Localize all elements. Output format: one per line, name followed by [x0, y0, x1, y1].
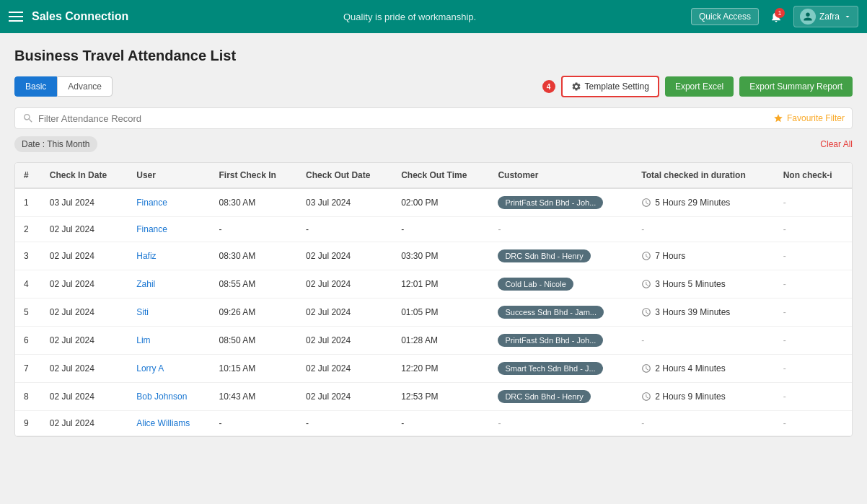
- table-row: 1 03 Jul 2024 Finance 08:30 AM 03 Jul 20…: [15, 188, 852, 217]
- quick-access-button[interactable]: Quick Access: [691, 8, 759, 25]
- table-row: 8 02 Jul 2024 Bob Johnson 10:43 AM 02 Ju…: [15, 383, 852, 411]
- notification-button[interactable]: 1: [766, 6, 786, 27]
- date-filter-value: This Month: [47, 139, 89, 149]
- attendance-table-container: # Check In Date User First Check In Chec…: [14, 162, 853, 437]
- cell-customer: Success Sdn Bhd - Jam...: [489, 299, 633, 327]
- cell-check-in-date: 02 Jul 2024: [41, 355, 128, 383]
- chevron-down-icon: [843, 12, 852, 21]
- cell-first-check-in: 09:26 AM: [211, 299, 298, 327]
- cell-check-in-date: 02 Jul 2024: [41, 299, 128, 327]
- cell-user[interactable]: Finance: [128, 217, 210, 242]
- cell-user[interactable]: Bob Johnson: [128, 383, 210, 411]
- cell-num: 4: [15, 270, 41, 299]
- cell-num: 8: [15, 383, 41, 411]
- cell-non-check: -: [775, 299, 852, 327]
- cell-check-in-date: 02 Jul 2024: [41, 270, 128, 299]
- cell-duration: 3 Hours 5 Minutes: [633, 270, 774, 299]
- gear-icon: [571, 81, 581, 92]
- col-check-out-time: Check Out Time: [392, 163, 489, 188]
- col-check-in-date: Check In Date: [41, 163, 128, 188]
- cell-num: 5: [15, 299, 41, 327]
- clock-icon: [641, 307, 651, 317]
- col-non-check: Non check-i: [775, 163, 852, 188]
- cell-check-in-date: 02 Jul 2024: [41, 217, 128, 242]
- cell-customer: DRC Sdn Bhd - Henry: [489, 242, 633, 270]
- cell-check-out-date: 03 Jul 2024: [297, 188, 392, 217]
- cell-check-out-date: 02 Jul 2024: [297, 242, 392, 270]
- search-icon: [22, 112, 34, 124]
- tab-basic[interactable]: Basic: [14, 76, 57, 97]
- table-row: 9 02 Jul 2024 Alice Williams - - - - - -: [15, 411, 852, 436]
- clear-all-button[interactable]: Clear All: [820, 139, 853, 149]
- cell-user[interactable]: Hafiz: [128, 242, 210, 270]
- cell-customer: PrintFast Sdn Bhd - Joh...: [489, 188, 633, 217]
- search-bar: Favourite Filter: [14, 107, 853, 129]
- cell-non-check: -: [775, 411, 852, 436]
- cell-non-check: -: [775, 327, 852, 355]
- cell-num: 1: [15, 188, 41, 217]
- notification-badge: 1: [775, 8, 785, 18]
- cell-check-out-time: 12:20 PM: [392, 355, 489, 383]
- top-navigation: Sales Connection Quality is pride of wor…: [0, 0, 867, 33]
- cell-first-check-in: 08:30 AM: [211, 188, 298, 217]
- export-summary-button[interactable]: Export Summary Report: [739, 76, 853, 97]
- cell-non-check: -: [775, 188, 852, 217]
- cell-check-in-date: 02 Jul 2024: [41, 327, 128, 355]
- date-filter-tag[interactable]: Date : This Month: [14, 136, 97, 152]
- toolbar: Basic Advance 4 Template Setting Export …: [14, 76, 853, 97]
- tab-group: Basic Advance: [14, 76, 113, 97]
- cell-check-out-time: 01:05 PM: [392, 299, 489, 327]
- cell-user[interactable]: Lorry A: [128, 355, 210, 383]
- cell-first-check-in: 08:55 AM: [211, 270, 298, 299]
- cell-check-out-time: 02:00 PM: [392, 188, 489, 217]
- brand-name: Sales Connection: [32, 10, 128, 23]
- cell-check-in-date: 03 Jul 2024: [41, 188, 128, 217]
- template-setting-label: Template Setting: [585, 81, 649, 92]
- cell-check-out-time: 03:30 PM: [392, 242, 489, 270]
- cell-check-out-time: 12:53 PM: [392, 383, 489, 411]
- tab-advance[interactable]: Advance: [57, 76, 113, 97]
- cell-num: 9: [15, 411, 41, 436]
- cell-duration: 7 Hours: [633, 242, 774, 270]
- cell-customer: Smart Tech Sdn Bhd - J...: [489, 355, 633, 383]
- cell-user[interactable]: Siti: [128, 299, 210, 327]
- cell-check-in-date: 02 Jul 2024: [41, 383, 128, 411]
- search-input[interactable]: [38, 113, 773, 124]
- template-setting-button[interactable]: Template Setting: [561, 76, 659, 97]
- cell-user[interactable]: Zahil: [128, 270, 210, 299]
- filter-row: Date : This Month Clear All: [14, 136, 853, 152]
- cell-customer: Cold Lab - Nicole: [489, 270, 633, 299]
- user-menu-button[interactable]: Zafra: [793, 6, 858, 27]
- user-avatar: [800, 9, 816, 25]
- cell-non-check: -: [775, 383, 852, 411]
- topnav-right: Quick Access 1 Zafra: [691, 6, 858, 27]
- cell-user[interactable]: Lim: [128, 327, 210, 355]
- favourite-filter-button[interactable]: Favourite Filter: [773, 113, 845, 123]
- cell-non-check: -: [775, 355, 852, 383]
- cell-check-out-time: -: [392, 217, 489, 242]
- cell-duration: 2 Hours 9 Minutes: [633, 383, 774, 411]
- cell-check-out-date: -: [297, 217, 392, 242]
- cell-non-check: -: [775, 217, 852, 242]
- cell-check-out-date: 02 Jul 2024: [297, 355, 392, 383]
- cell-first-check-in: 08:50 AM: [211, 327, 298, 355]
- clock-icon: [641, 251, 651, 261]
- cell-user[interactable]: Alice Williams: [128, 411, 210, 436]
- cell-customer: PrintFast Sdn Bhd - Joh...: [489, 327, 633, 355]
- cell-user[interactable]: Finance: [128, 188, 210, 217]
- col-num: #: [15, 163, 41, 188]
- clock-icon: [641, 363, 651, 373]
- cell-check-out-time: 12:01 PM: [392, 270, 489, 299]
- table-row: 3 02 Jul 2024 Hafiz 08:30 AM 02 Jul 2024…: [15, 242, 852, 270]
- cell-check-out-date: 02 Jul 2024: [297, 270, 392, 299]
- cell-first-check-in: -: [211, 217, 298, 242]
- cell-num: 7: [15, 355, 41, 383]
- export-excel-button[interactable]: Export Excel: [665, 76, 734, 97]
- hamburger-menu[interactable]: [9, 12, 23, 22]
- cell-non-check: -: [775, 242, 852, 270]
- cell-duration: -: [633, 217, 774, 242]
- col-duration: Total checked in duration: [633, 163, 774, 188]
- cell-first-check-in: 10:43 AM: [211, 383, 298, 411]
- cell-duration: -: [633, 327, 774, 355]
- cell-num: 6: [15, 327, 41, 355]
